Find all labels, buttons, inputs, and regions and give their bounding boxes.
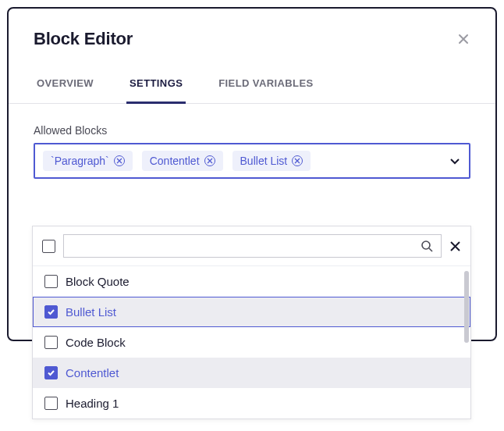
option-checkbox[interactable] bbox=[44, 366, 58, 379]
chip-remove-icon[interactable] bbox=[204, 155, 215, 166]
select-all-checkbox[interactable] bbox=[42, 240, 55, 253]
chip-label: `Paragraph` bbox=[51, 155, 109, 167]
option-item[interactable]: Contentlet bbox=[33, 358, 470, 388]
svg-point-0 bbox=[422, 241, 430, 249]
tab-overview[interactable]: OVERVIEW bbox=[34, 63, 97, 104]
close-icon[interactable] bbox=[456, 32, 470, 46]
options-dropdown: Block Quote Bullet List Code Block Conte… bbox=[32, 226, 471, 419]
option-label: Heading 1 bbox=[66, 397, 119, 410]
close-icon[interactable] bbox=[449, 240, 461, 252]
tab-settings[interactable]: SETTINGS bbox=[126, 63, 186, 104]
option-item[interactable]: Code Block bbox=[33, 327, 470, 358]
option-checkbox[interactable] bbox=[44, 305, 58, 319]
option-item[interactable]: Block Quote bbox=[33, 266, 470, 297]
chevron-down-icon[interactable] bbox=[449, 155, 461, 167]
option-label: Block Quote bbox=[66, 275, 130, 288]
search-input-wrap bbox=[63, 234, 442, 258]
scrollbar-thumb[interactable] bbox=[464, 271, 469, 343]
dialog-header: Block Editor bbox=[9, 9, 495, 63]
options-list: Block Quote Bullet List Code Block Conte… bbox=[33, 265, 470, 419]
chip: Bullet List bbox=[232, 151, 311, 171]
option-item[interactable]: Bullet List bbox=[33, 297, 470, 327]
field-label: Allowed Blocks bbox=[34, 124, 470, 137]
option-label: Bullet List bbox=[66, 305, 116, 319]
chip: Contentlet bbox=[142, 151, 223, 171]
option-checkbox[interactable] bbox=[44, 336, 58, 349]
chip-label: Contentlet bbox=[150, 155, 200, 167]
dropdown-search-row bbox=[33, 226, 470, 265]
chip-remove-icon[interactable] bbox=[114, 155, 125, 166]
option-item[interactable]: Heading 1 bbox=[33, 388, 470, 419]
allowed-blocks-select[interactable]: `Paragraph` Contentlet Bullet List bbox=[34, 143, 470, 179]
search-icon[interactable] bbox=[421, 240, 433, 252]
option-checkbox[interactable] bbox=[44, 397, 58, 410]
option-label: Contentlet bbox=[66, 366, 119, 379]
search-input[interactable] bbox=[72, 240, 414, 252]
chip: `Paragraph` bbox=[43, 151, 133, 171]
panel-content: Allowed Blocks `Paragraph` Contentlet Bu… bbox=[9, 104, 495, 179]
option-checkbox[interactable] bbox=[44, 275, 58, 288]
option-label: Code Block bbox=[66, 336, 126, 349]
tab-bar: OVERVIEW SETTINGS FIELD VARIABLES bbox=[9, 63, 495, 104]
tab-field-variables[interactable]: FIELD VARIABLES bbox=[215, 63, 316, 104]
selected-chips: `Paragraph` Contentlet Bullet List bbox=[43, 151, 441, 171]
chip-label: Bullet List bbox=[240, 155, 288, 167]
chip-remove-icon[interactable] bbox=[292, 155, 303, 166]
dialog-title: Block Editor bbox=[34, 29, 133, 49]
